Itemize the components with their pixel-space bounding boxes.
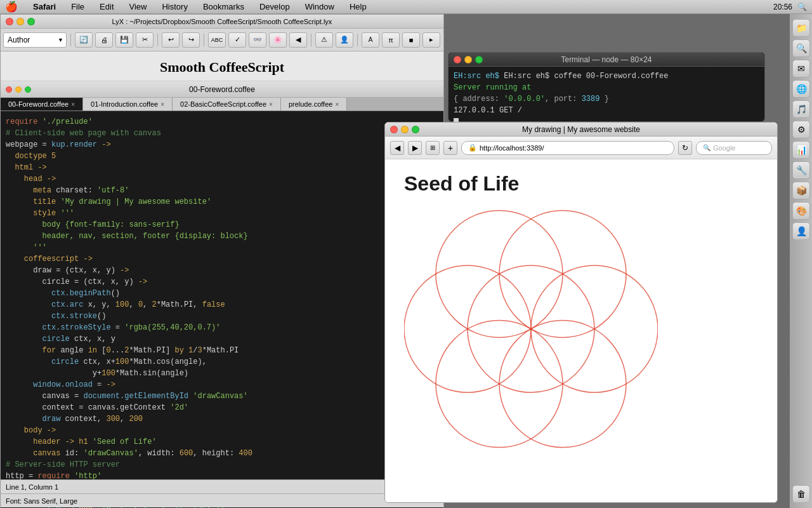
search-icon[interactable]: 🔍 [797,3,807,11]
menu-help[interactable]: Help [347,2,369,11]
browser-content: Seed of Life [385,159,777,503]
code-line: header, nav, section, footer {display: b… [6,231,438,242]
toolbar-btn-redo[interactable]: ↪ [182,32,200,48]
toolbar-btn-cut[interactable]: ✂ [136,32,154,48]
menu-safari[interactable]: Safari [30,2,58,11]
dock-safari[interactable]: 🌐 [792,80,810,98]
toolbar-sep-5 [357,34,358,46]
doc-title-area: Smooth CoffeeScript [1,51,443,81]
code-line: ctx.stroke() [6,311,438,322]
inner-fullscreen[interactable] [25,86,31,93]
dropdown-arrow: ▼ [58,37,63,43]
toolbar-btn-print[interactable]: 🖨 [95,32,113,48]
menu-bookmarks[interactable]: Bookmarks [200,2,247,11]
browser-forward[interactable]: ▶ [408,141,422,155]
terminal-close[interactable] [454,56,461,64]
browser-fullscreen[interactable] [412,126,419,133]
menu-view[interactable]: View [127,2,150,11]
tab-close-basic[interactable]: × [269,101,273,108]
code-editor[interactable]: require './prelude'# Client-side web pag… [1,111,443,508]
fullscreen-button[interactable] [27,18,35,25]
browser-search-bar[interactable]: 🔍 Google [696,141,772,155]
dock-package[interactable]: 📦 [792,182,810,199]
code-line: require './prelude' [6,116,438,128]
apple-menu[interactable]: 🍎 [5,1,18,13]
font-text: Font: Sans Serif, Large [6,497,77,505]
toolbar-sep-2 [157,34,158,46]
menu-history[interactable]: History [159,2,190,11]
code-line: title 'My drawing | My awesome website' [6,196,438,208]
code-line: body {font-family: sans-serif} [6,219,438,231]
toolbar-btn-user[interactable]: 👤 [336,32,353,48]
code-line: webpage = kup.render -> [6,139,438,150]
code-line: ''' [6,242,438,253]
code-line: ctx.beginPath() [6,288,438,299]
browser-refresh[interactable]: ↻ [678,141,692,155]
toolbar-btn-box[interactable]: ■ [402,32,420,48]
toolbar-btn-flower[interactable]: 🌸 [269,32,287,48]
browser-minimize[interactable] [401,126,409,133]
code-line: draw context, 300, 200 [6,413,438,425]
tab-introduction[interactable]: 01-Introduction.coffee × [83,98,173,110]
code-line: window.onload = -> [6,379,438,391]
dock-trash[interactable]: 🗑 [792,485,810,503]
menu-window[interactable]: Window [303,2,337,11]
browser-search-placeholder: Google [713,144,735,152]
toolbar-btn-refresh[interactable]: 🔄 [75,32,93,48]
inner-minimize[interactable] [15,86,22,93]
tab-prelude[interactable]: prelude.coffee × [281,98,347,110]
minimize-button[interactable] [16,18,24,25]
menu-file[interactable]: File [69,2,87,11]
menu-edit[interactable]: Edit [97,2,116,11]
browser-new-tab[interactable]: + [443,141,457,155]
browser-toolbar: ◀ ▶ ⊞ + 🔒 http://localhost:3389/ ↻ 🔍 Goo… [385,137,777,159]
close-button[interactable] [6,18,13,25]
lyx-fontbar: Font: Sans Serif, Large [1,493,443,507]
code-line: canvas = document.getElementById 'drawCa… [6,391,438,402]
browser-url-bar[interactable]: 🔒 http://localhost:3389/ [461,141,674,155]
toolbar-btn-undo[interactable]: ↩ [162,32,180,48]
author-dropdown[interactable]: Author ▼ [3,32,67,48]
tab-close-prelude[interactable]: × [335,101,339,108]
terminal-window: Terminal — node — 80×24 EH:src eh$ EH:sr… [448,52,765,122]
menubar: 🍎 Safari File Edit View History Bookmark… [0,0,812,14]
browser-back[interactable]: ◀ [390,141,404,155]
lyx-title: LyX : ~/Projects/Dropbox/Smooth CoffeeSc… [112,18,332,25]
browser-close[interactable] [390,126,398,133]
dock-user[interactable]: 👤 [792,222,810,240]
menu-develop[interactable]: Develop [257,2,292,11]
dock-tools[interactable]: 🔧 [792,161,810,179]
code-line: meta charset: 'utf-8' [6,185,438,196]
dock-itunes[interactable]: 🎵 [792,100,810,118]
dock-art[interactable]: 🎨 [792,202,810,220]
dock-spotlight[interactable]: 🔍 [792,39,810,57]
code-line: ctx.arc x, y, 100, 0, 2*Math.PI, false [6,299,438,311]
toolbar-btn-abc[interactable]: ABC [208,32,226,48]
terminal-line-3: { address: '0.0.0.0', port: 3389 } [454,93,759,105]
toolbar-btn-more[interactable]: ▸ [422,32,440,48]
inner-close[interactable] [6,86,12,93]
dock-activity[interactable]: 📊 [792,141,810,159]
toolbar-btn-math[interactable]: π [382,32,400,48]
toolbar-sep-3 [204,34,204,46]
dock-finder[interactable]: 📁 [792,19,810,37]
terminal-fullscreen[interactable] [475,56,483,64]
tab-basic[interactable]: 02-BasicCoffeeScript.coffee × [173,98,281,110]
code-line: coffeescript -> [6,253,438,265]
toolbar-sep-1 [70,34,71,46]
toolbar-btn-glasses[interactable]: 👓 [249,32,266,48]
browser-tab-overview[interactable]: ⊞ [426,141,440,155]
dock-system-prefs[interactable]: ⚙ [792,121,810,138]
tab-close-introduction[interactable]: × [160,101,164,108]
toolbar-btn-warn[interactable]: ⚠ [315,32,333,48]
lyx-inner-traffic [6,86,31,93]
dock-mail[interactable]: ✉ [792,60,810,77]
tab-foreword[interactable]: 00-Foreword.coffee × [1,98,83,110]
toolbar-btn-back[interactable]: ◀ [289,32,307,48]
toolbar-btn-font[interactable]: A [362,32,379,48]
browser-titlebar: My drawing | My awesome website [385,123,777,137]
toolbar-btn-check[interactable]: ✓ [228,32,246,48]
toolbar-btn-save[interactable]: 💾 [115,32,133,48]
terminal-minimize[interactable] [464,56,472,64]
tab-close-foreword[interactable]: × [71,101,75,108]
